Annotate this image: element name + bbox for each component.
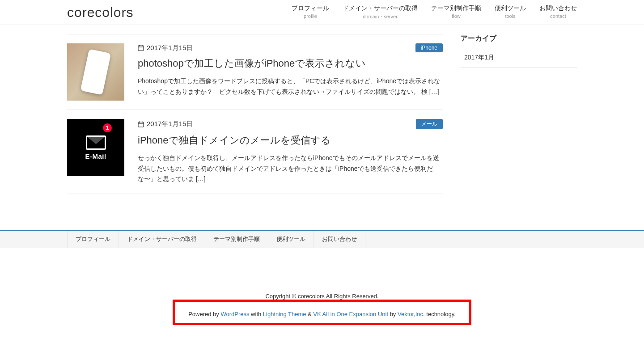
post-title[interactable]: iPhoneで独自ドメインのメールを受信する — [138, 134, 443, 148]
svg-rect-0 — [138, 46, 144, 51]
post-category-badge[interactable]: メール — [416, 119, 443, 129]
email-label: E-Mail — [85, 152, 106, 160]
lightning-theme-link[interactable]: Lightning Theme — [263, 311, 306, 317]
post-item: 1 E-Mail 2017年1月15日 メール iPhoneで独自ドメインのメー… — [67, 110, 443, 194]
nav-profile[interactable]: プロフィール profile — [292, 4, 329, 20]
main-content: 2017年1月15日 iPhone photoshopで加工した画像がiPhon… — [67, 34, 443, 194]
post-date: 2017年1月15日 — [138, 44, 193, 52]
post-excerpt: Photoshopで加工した画像をワードプレスに投稿すると、「PCでは表示される… — [138, 76, 443, 97]
copyright-area: Copyright © corecolors All Rights Reserv… — [0, 248, 644, 338]
footer-nav: プロフィール ドメイン・サーバーの取得 テーマ別制作手順 便利ツール お問い合わ… — [0, 231, 644, 248]
svg-rect-2 — [140, 45, 140, 46]
vektor-link[interactable]: Vektor,Inc. — [398, 311, 425, 317]
nav-domain-server[interactable]: ドメイン・サーバーの取得 domain・server — [343, 4, 418, 20]
footer-nav-contact[interactable]: お問い合わせ — [314, 231, 365, 248]
powered-by-highlight: Powered by WordPress with Lightning Them… — [173, 300, 471, 325]
post-date-text: 2017年1月15日 — [147, 120, 193, 128]
post-date: 2017年1月15日 — [138, 120, 193, 128]
nav-flow[interactable]: テーマ別制作手順 flow — [431, 4, 481, 20]
svg-rect-4 — [138, 122, 144, 127]
post-title[interactable]: photoshopで加工した画像がiPhoneで表示されない — [138, 57, 443, 71]
footer-nav-profile[interactable]: プロフィール — [67, 231, 119, 248]
site-header: corecolors プロフィール profile ドメイン・サーバーの取得 d… — [0, 0, 644, 25]
calendar-icon — [138, 121, 144, 127]
post-thumbnail[interactable]: 1 E-Mail — [67, 119, 124, 176]
powered-by: Powered by WordPress with Lightning Them… — [179, 306, 465, 322]
vk-unit-link[interactable]: VK All in One Expansion Unit — [313, 311, 388, 317]
nav-tools[interactable]: 便利ツール tools — [495, 4, 526, 20]
notification-badge: 1 — [103, 123, 112, 132]
svg-rect-6 — [140, 121, 140, 123]
footer-nav-tools[interactable]: 便利ツール — [268, 231, 314, 248]
post-category-badge[interactable]: iPhone — [415, 43, 443, 52]
post-date-text: 2017年1月15日 — [147, 44, 193, 52]
site-logo[interactable]: corecolors — [67, 5, 133, 20]
calendar-icon — [138, 45, 144, 51]
copyright-text: Copyright © corecolors All Rights Reserv… — [0, 293, 644, 300]
post-thumbnail[interactable] — [67, 43, 124, 101]
svg-rect-7 — [142, 121, 143, 123]
main-nav: プロフィール profile ドメイン・サーバーの取得 domain・serve… — [292, 4, 577, 20]
sidebar: アーカイブ 2017年1月 — [461, 34, 577, 194]
footer-nav-flow[interactable]: テーマ別制作手順 — [205, 231, 268, 248]
wordpress-link[interactable]: WordPress — [220, 311, 249, 317]
nav-contact[interactable]: お問い合わせ contact — [539, 4, 577, 20]
post-excerpt: せっかく独自ドメインを取得し、メールアドレスを作ったならiPhoneでもそのメー… — [138, 153, 443, 185]
sidebar-archive-title: アーカイブ — [461, 34, 577, 48]
mail-icon — [86, 135, 106, 150]
post-item: 2017年1月15日 iPhone photoshopで加工した画像がiPhon… — [67, 34, 443, 110]
sidebar-archive-item[interactable]: 2017年1月 — [461, 48, 577, 68]
svg-rect-3 — [142, 45, 143, 46]
footer-nav-domain[interactable]: ドメイン・サーバーの取得 — [119, 231, 205, 248]
